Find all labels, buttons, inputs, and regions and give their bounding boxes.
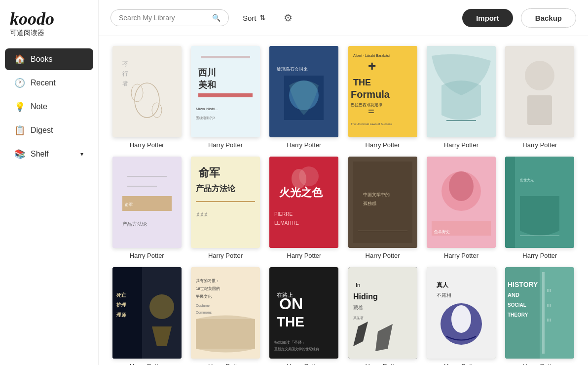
book-cover: 芩 行 者 bbox=[112, 46, 182, 137]
svg-text:III: III bbox=[547, 288, 551, 293]
svg-point-47 bbox=[292, 169, 306, 189]
book-title: Harry Potter bbox=[130, 363, 164, 365]
svg-text:ON: ON bbox=[279, 295, 303, 313]
book-title: Harry Potter bbox=[366, 141, 400, 149]
list-item[interactable]: 俞军 产品方法论 Harry Potter bbox=[110, 157, 183, 259]
book-cover: 中国文学中的 孤独感 bbox=[348, 157, 417, 248]
bulb-icon: 💡 bbox=[15, 102, 25, 112]
sidebar-item-shelf[interactable]: 📚 Shelf ▾ bbox=[5, 143, 93, 165]
list-item[interactable]: 俞军 产品方法论 某某某 Harry Potter bbox=[189, 157, 261, 259]
list-item[interactable]: 芩 行 者 Harry Potter bbox=[110, 46, 183, 149]
list-item[interactable]: In Hiding 藏着 某某著 Harry Potter bbox=[346, 267, 419, 365]
list-item[interactable]: Albert · László Barabási + THE Formula 巴… bbox=[346, 46, 419, 149]
search-box[interactable]: 🔍 bbox=[110, 9, 229, 26]
svg-text:行: 行 bbox=[122, 70, 128, 77]
svg-text:围绕电影的X: 围绕电影的X bbox=[196, 116, 216, 120]
list-item[interactable]: 共有的习惯： 18世纪英国的 平民文化 Costume Commons Harr… bbox=[189, 267, 261, 365]
search-input[interactable] bbox=[119, 14, 208, 22]
import-button[interactable]: Import bbox=[462, 9, 513, 27]
book-cover: HISTORY AND SOCIAL THEORY III III III bbox=[505, 267, 574, 359]
sort-label: Sort bbox=[243, 14, 257, 22]
book-title: Harry Potter bbox=[366, 252, 400, 259]
svg-rect-52 bbox=[358, 231, 407, 231]
svg-text:18世纪英国的: 18世纪英国的 bbox=[196, 286, 220, 291]
list-item[interactable]: 火光之色 PIERRE LEMAITRE Harry Potter bbox=[268, 157, 340, 259]
book-title: Harry Potter bbox=[522, 363, 557, 365]
svg-point-67 bbox=[149, 294, 174, 319]
svg-text:护理: 护理 bbox=[116, 302, 127, 308]
svg-text:重新定义美国文学的世纪经典: 重新定义美国文学的世纪经典 bbox=[274, 347, 319, 351]
book-title: Harry Potter bbox=[287, 363, 321, 365]
svg-text:THE: THE bbox=[277, 314, 304, 329]
book-title: Harry Potter bbox=[208, 252, 243, 259]
book-title: Harry Potter bbox=[444, 363, 478, 365]
list-item[interactable]: HISTORY AND SOCIAL THEORY III III III Ha… bbox=[504, 267, 576, 365]
svg-text:鱼羊野史: 鱼羊野史 bbox=[434, 230, 450, 234]
svg-text:藏着: 藏着 bbox=[353, 305, 363, 310]
list-item[interactable]: Harry Potter bbox=[425, 46, 497, 149]
list-item[interactable]: 中国文学中的 孤独感 Harry Potter bbox=[346, 157, 419, 259]
svg-text:THEORY: THEORY bbox=[508, 312, 528, 318]
svg-text:美和: 美和 bbox=[198, 80, 216, 90]
logo-area: koodo 可道阅读器 bbox=[0, 10, 98, 47]
settings-button[interactable]: ⚙ bbox=[280, 8, 296, 28]
book-cover: 玻璃鸟石会叫来 bbox=[269, 46, 338, 137]
svg-rect-0 bbox=[112, 46, 182, 137]
svg-text:中国文学中的: 中国文学中的 bbox=[363, 192, 390, 197]
svg-text:Albert · László Barabási: Albert · László Barabási bbox=[353, 54, 390, 57]
list-item[interactable]: 鱼羊野史 Harry Potter bbox=[425, 157, 497, 259]
svg-text:平民文化: 平民文化 bbox=[196, 294, 212, 299]
svg-text:西川: 西川 bbox=[198, 68, 216, 78]
svg-text:SOCIAL: SOCIAL bbox=[508, 302, 526, 308]
svg-text:III: III bbox=[547, 303, 551, 308]
book-cover: 真人 不露相 bbox=[427, 267, 496, 359]
list-item[interactable]: 在路上 ON THE 持续阅读「圣经」 重新定义美国文学的世纪经典 Harry … bbox=[268, 267, 340, 365]
list-item[interactable]: 真人 不露相 Harry Potter bbox=[425, 267, 497, 365]
book-title: Harry Potter bbox=[208, 141, 243, 149]
book-title: Harry Potter bbox=[287, 141, 321, 149]
sidebar-digest-label: Digest bbox=[31, 126, 53, 135]
sidebar-item-note[interactable]: 💡 Note bbox=[5, 96, 93, 118]
book-title: Harry Potter bbox=[522, 252, 557, 259]
svg-text:Commons: Commons bbox=[196, 311, 212, 314]
book-cover: 俞军 产品方法论 某某某 bbox=[191, 157, 260, 248]
list-item[interactable]: 西川 美和 Miwa Nishi... 围绕电影的X Harry Potter bbox=[189, 46, 261, 149]
svg-text:THE: THE bbox=[353, 78, 371, 87]
list-item[interactable]: Harry Potter bbox=[504, 46, 576, 149]
svg-text:Formula: Formula bbox=[351, 89, 390, 100]
book-title: Harry Potter bbox=[130, 141, 164, 149]
sidebar-item-recent[interactable]: 🕐 Recent bbox=[5, 72, 93, 94]
search-icon: 🔍 bbox=[212, 14, 220, 22]
list-item[interactable]: 乱世犬先 Harry Potter bbox=[504, 157, 576, 259]
gear-icon: ⚙ bbox=[284, 12, 293, 23]
sidebar-books-label: Books bbox=[31, 55, 52, 64]
book-title: Harry Potter bbox=[130, 252, 164, 259]
sidebar: koodo 可道阅读器 🏠 Books 🕐 Recent 💡 Note 📋 Di… bbox=[0, 0, 99, 365]
sidebar-shelf-label: Shelf bbox=[31, 150, 48, 159]
list-item[interactable]: 玻璃鸟石会叫来 Harry Potter bbox=[268, 46, 340, 149]
svg-text:Costume: Costume bbox=[196, 304, 210, 307]
svg-text:乱世犬先: 乱世犬先 bbox=[520, 178, 534, 182]
svg-rect-30 bbox=[527, 95, 552, 125]
list-item[interactable]: 死亡 护理 理师 Harry Potter bbox=[110, 267, 183, 365]
book-title: Harry Potter bbox=[208, 363, 243, 365]
svg-text:俞军: 俞军 bbox=[125, 203, 133, 207]
backup-button[interactable]: Backup bbox=[521, 8, 576, 28]
svg-text:玻璃鸟石会叫来: 玻璃鸟石会叫来 bbox=[277, 67, 308, 72]
sidebar-item-books[interactable]: 🏠 Books bbox=[5, 48, 93, 70]
sort-button[interactable]: Sort ⇅ bbox=[237, 9, 272, 26]
book-cover bbox=[505, 46, 574, 137]
main-content: 🔍 Sort ⇅ ⚙ Import Backup 芩 行 者 bbox=[99, 0, 588, 365]
book-cover: In Hiding 藏着 某某著 bbox=[348, 267, 417, 359]
svg-text:产品方法论: 产品方法论 bbox=[195, 184, 236, 193]
svg-text:HISTORY: HISTORY bbox=[508, 281, 538, 288]
svg-text:III: III bbox=[547, 318, 551, 323]
book-cover: 火光之色 PIERRE LEMAITRE bbox=[269, 157, 338, 248]
svg-rect-7 bbox=[191, 46, 260, 137]
svg-text:孤独感: 孤独感 bbox=[363, 201, 376, 206]
svg-text:某某著: 某某著 bbox=[353, 316, 364, 320]
shelf-icon: 📚 bbox=[15, 149, 25, 159]
book-grid: 芩 行 者 Harry Potter 西川 美和 bbox=[110, 46, 576, 365]
book-cover: 鱼羊野史 bbox=[427, 157, 496, 248]
sidebar-item-digest[interactable]: 📋 Digest bbox=[5, 120, 93, 141]
